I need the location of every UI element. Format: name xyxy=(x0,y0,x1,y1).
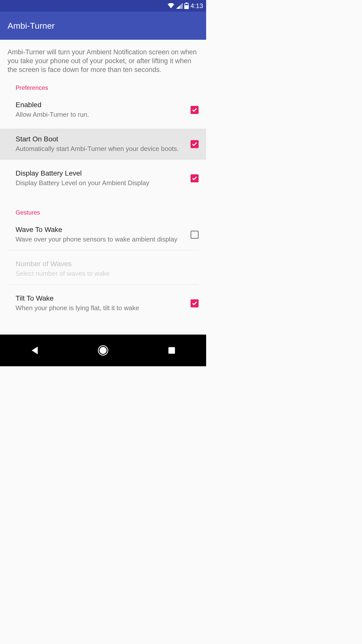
nav-home-button[interactable] xyxy=(77,340,129,360)
pref-sub: When your phone is lying flat, tilt it t… xyxy=(16,304,186,312)
pref-wave-to-wake[interactable]: Wave To Wake Wave over your phone sensor… xyxy=(0,219,206,250)
settings-content[interactable]: Ambi-Turner will turn your Ambient Notif… xyxy=(0,40,206,335)
cell-signal-icon xyxy=(176,3,183,9)
svg-point-4 xyxy=(100,347,107,354)
pref-sub: Select number of waves to wake xyxy=(16,269,194,278)
svg-rect-5 xyxy=(168,347,175,354)
svg-rect-2 xyxy=(185,4,188,5)
checkbox-display-battery[interactable] xyxy=(191,174,199,182)
checkbox-tilt-to-wake[interactable] xyxy=(191,299,199,307)
app-title: Ambi-Turner xyxy=(8,21,55,31)
pref-sub: Automatically start Ambi-Turner when you… xyxy=(16,145,186,153)
pref-sub: Allow Ambi-Turner to run. xyxy=(16,110,186,119)
pref-title: Wave To Wake xyxy=(16,226,186,234)
pref-sub: Wave over your phone sensors to wake amb… xyxy=(16,235,186,244)
pref-enabled[interactable]: Enabled Allow Ambi-Turner to run. xyxy=(0,94,206,126)
divider xyxy=(8,285,199,285)
checkbox-wave-to-wake[interactable] xyxy=(191,231,199,239)
intro-text: Ambi-Turner will turn your Ambient Notif… xyxy=(0,40,206,74)
wifi-icon xyxy=(167,3,175,9)
checkbox-enabled[interactable] xyxy=(191,106,199,114)
divider xyxy=(8,250,199,250)
pref-display-battery[interactable]: Display Battery Level Display Battery Le… xyxy=(0,163,206,194)
checkbox-start-on-boot[interactable] xyxy=(191,140,199,148)
section-header-gestures: Gestures xyxy=(0,209,206,216)
nav-bar xyxy=(0,335,206,366)
status-bar: 4:13 xyxy=(0,0,206,12)
pref-number-of-waves: Number of Waves Select number of waves t… xyxy=(0,253,206,285)
pref-tilt-to-wake[interactable]: Tilt To Wake When your phone is lying fl… xyxy=(0,288,206,312)
pref-title: Enabled xyxy=(16,101,186,109)
pref-title: Number of Waves xyxy=(16,260,194,268)
pref-title: Tilt To Wake xyxy=(16,294,186,302)
app-bar: Ambi-Turner xyxy=(0,12,206,40)
section-header-preferences: Preferences xyxy=(0,84,206,91)
pref-title: Display Battery Level xyxy=(16,169,186,177)
pref-start-on-boot[interactable]: Start On Boot Automatically start Ambi-T… xyxy=(0,129,206,160)
nav-recent-button[interactable] xyxy=(145,340,198,360)
svg-rect-1 xyxy=(186,3,188,4)
pref-sub: Display Battery Level on your Ambient Di… xyxy=(16,179,186,187)
battery-icon xyxy=(184,3,189,9)
status-time: 4:13 xyxy=(190,2,203,10)
pref-title: Start On Boot xyxy=(16,135,186,143)
nav-back-button[interactable] xyxy=(8,340,61,360)
